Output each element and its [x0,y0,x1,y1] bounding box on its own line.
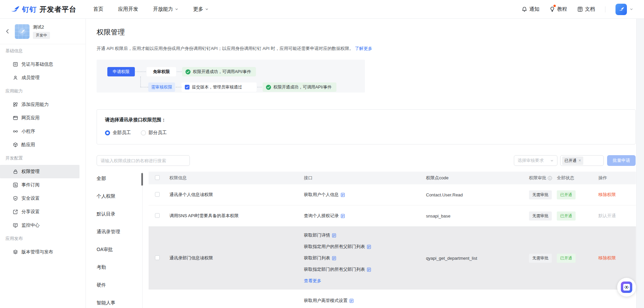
status-filter-tag: 已开通 × [562,157,583,165]
back-icon[interactable] [5,28,10,34]
share-icon [13,209,18,214]
nav-item-more[interactable]: 更多 [193,6,209,12]
api-doc-icon[interactable] [341,193,345,197]
scope-label: 请选择通讯录接口权限范围： [105,117,166,123]
chevron-down-icon [550,159,554,163]
category-tab-attendance[interactable]: 考勤 [97,258,140,276]
main-content: 权限管理 开通 API 权限后，应用才能以应用身份或用户身份调用钉钉API；以应… [86,19,636,308]
table-row: 通讯录个人信息读权限获取用户个人信息Contact.User.Read无需审批已… [149,184,636,205]
nav-action-tutorial[interactable]: 教程 [549,6,567,12]
nav-action-notifications[interactable]: 通知 [522,6,539,12]
status-filter-select[interactable]: 已开通 × [560,155,604,166]
row-action-remove-permission[interactable]: 移除权限 [598,255,616,260]
scope-radio-partial-staff[interactable]: 部分员工 [141,130,167,136]
row-checkbox[interactable] [155,255,160,260]
sidebar-item-share[interactable]: 分享设置 [0,205,79,219]
api-doc-icon[interactable] [350,299,354,303]
infinity-icon [13,129,18,134]
learn-more-link[interactable]: 了解更多 [355,46,372,51]
flow-connector [177,71,181,72]
flow-connector [257,87,262,87]
check-circle-icon [185,69,191,74]
permission-name: 调用SNS API时需要具备的基本权限 [167,213,304,219]
category-tab-all[interactable]: 全部 [97,170,140,187]
status-tag: 已开通 [557,254,576,263]
api-doc-icon[interactable] [332,256,336,260]
sidebar-item-release[interactable]: 版本管理与发布 [0,245,79,259]
nav-item-home[interactable]: 首页 [93,6,103,12]
scope-radio-all-staff[interactable]: 全部员工 [105,130,131,136]
category-list: 全部个人权限默认目录通讯录管理OA审批考勤硬件智能人事 [97,170,140,308]
nav-actions: 通知教程文档 [522,6,595,12]
account-menu[interactable] [615,4,633,15]
view-more-link[interactable]: 查看更多 [304,275,321,287]
category-tab-oa[interactable]: OA审批 [97,241,140,258]
brand-logo[interactable]: 钉钉 开发者平台 [10,4,76,14]
approval-tag: 无需审批 [529,211,552,221]
column-header: 操作 [598,175,636,181]
app-logo [15,24,30,39]
nav-action-docs[interactable]: 文档 [577,6,595,12]
sidebar-section-label: 应用发布 [0,232,86,245]
api-doc-icon[interactable] [341,214,345,218]
assistant-face-icon [623,284,630,291]
batch-apply-button[interactable]: 批量申请 [607,155,636,166]
sidebar-item-cool-app[interactable]: 酷应用 [0,138,79,151]
search-input[interactable] [97,155,190,166]
sidebar-item-members[interactable]: 成员管理 [0,71,79,84]
column-header: 权限审批 [529,175,557,181]
category-tab-hardware[interactable]: 硬件 [97,276,140,294]
sidebar-item-permissions[interactable]: 权限管理 [0,165,79,178]
api-link: 获取部门详情 [304,230,426,241]
permission-code: qyapi_get_department_list [426,256,529,261]
category-tab-smart-hr[interactable]: 智能人事 [97,294,140,308]
permissions-table: 权限信息接口权限点code权限审批全部状态操作 通讯录个人信息读权限获取用户个人… [149,172,636,308]
sidebar-item-security[interactable]: 安全设置 [0,192,79,205]
category-tab-personal[interactable]: 个人权限 [97,187,140,205]
clipboard-check-icon [185,85,190,89]
api-link: 获取用户个人信息 [304,189,426,200]
nav-menu: 首页应用开发开放能力更多 [93,6,209,12]
sidebar-item-mini-program[interactable]: 小程序 [0,125,79,138]
api-doc-icon[interactable] [367,245,371,249]
review-requirement-select[interactable]: 选择审核要求 [514,155,557,166]
category-tab-default[interactable]: 默认目录 [97,205,140,223]
bulb-icon [549,6,555,12]
nav-item-app-dev[interactable]: 应用开发 [118,6,138,12]
permission-code: Contact.User.Read [426,192,529,197]
approval-tag: 无需审批 [529,190,552,199]
api-link: 查询个人授权记录 [304,210,426,222]
row-action-remove-permission[interactable]: 移除权限 [598,192,616,197]
info-icon[interactable] [548,176,552,180]
select-all-checkbox[interactable] [155,175,160,180]
sidebar-item-add-capability[interactable]: 添加应用能力 [0,98,79,111]
nav-item-open-capability[interactable]: 开放能力 [153,6,178,12]
api-doc-icon[interactable] [367,267,371,272]
api-link: 获取指定用户的所有父部门列表 [304,241,426,252]
sidebar-item-credentials[interactable]: 凭证与基础信息 [0,58,79,71]
shield-icon [13,196,18,201]
sidebar-item-monitor[interactable]: 监控中心 [0,219,79,232]
api-link: 获取部门列表 [304,252,426,264]
assistant-widget[interactable] [617,278,636,297]
avatar [615,4,627,15]
sidebar-item-web-app[interactable]: 网页应用 [0,111,79,125]
page-description: 开通 API 权限后，应用才能以应用身份或用户身份调用钉钉API；以应用身份调用… [97,46,372,52]
dingtalk-developer-platform: 钉钉 开发者平台 首页应用开发开放能力更多 通知教程文档 [0,0,644,308]
flow-need-review-label: 需审核权限 [148,82,175,92]
api-doc-icon[interactable] [332,233,336,238]
remove-tag-icon[interactable]: × [579,159,581,163]
table-header: 权限信息接口权限点code权限审批全部状态操作 [149,172,636,184]
lock-icon [13,169,18,174]
app-meta: 测试2 开发中 [33,24,50,39]
row-checkbox[interactable] [155,213,160,218]
table-row: 调用SNS API时需要具备的基本权限查询个人授权记录snsapi_base无需… [149,205,636,227]
permission-code: snsapi_base [426,213,529,219]
row-checkbox[interactable] [155,192,160,197]
app-status-badge: 开发中 [33,32,50,39]
category-tab-contacts[interactable]: 通讯录管理 [97,223,140,241]
apply-permission-button[interactable]: 申请权限 [107,67,135,76]
grid-plus-icon [13,102,18,107]
sidebar-item-event-subscription[interactable]: 事件订阅 [0,178,79,192]
browser-icon [13,115,18,121]
